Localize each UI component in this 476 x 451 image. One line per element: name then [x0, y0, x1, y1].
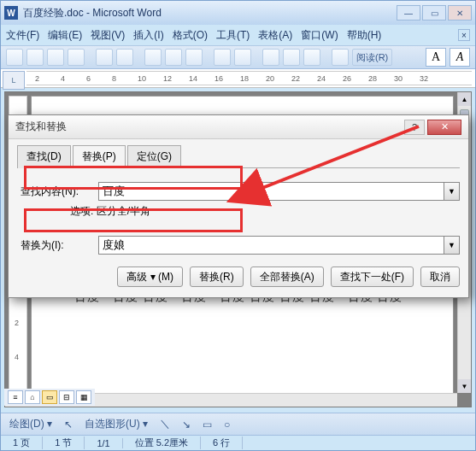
cut-icon[interactable]: [144, 49, 162, 66]
save-icon[interactable]: [47, 49, 64, 66]
new-doc-icon[interactable]: [6, 49, 23, 66]
menu-tools[interactable]: 工具(T): [216, 28, 250, 43]
close-button[interactable]: ✕: [448, 5, 472, 20]
menu-edit[interactable]: 编辑(E): [48, 28, 82, 43]
scroll-up-icon[interactable]: ▲: [458, 92, 471, 106]
replace-all-button[interactable]: 全部替换(A): [250, 266, 324, 287]
ruler-tick: 6: [86, 74, 91, 83]
minimize-button[interactable]: —: [397, 5, 420, 20]
tab-find[interactable]: 查找(D): [17, 145, 71, 168]
menu-file[interactable]: 文件(F): [6, 28, 39, 43]
ruler-tick: 26: [343, 74, 351, 83]
doc-close-button[interactable]: ×: [458, 29, 470, 41]
outline-view-icon[interactable]: ⊟: [59, 390, 74, 404]
menu-format[interactable]: 格式(O): [173, 28, 208, 43]
show-marks-icon[interactable]: [303, 49, 320, 66]
advanced-button[interactable]: 高级 ▾ (M): [117, 266, 183, 287]
oval-icon[interactable]: ○: [220, 419, 233, 430]
find-dropdown-icon[interactable]: ▼: [444, 182, 460, 201]
tab-replace[interactable]: 替换(P): [73, 145, 126, 168]
menu-view[interactable]: 视图(V): [91, 28, 125, 43]
columns-icon[interactable]: [283, 49, 300, 66]
find-label: 查找内容(N):: [17, 184, 98, 199]
ruler-tick: 16: [214, 74, 223, 83]
find-next-button[interactable]: 查找下一处(F): [331, 266, 414, 287]
drawing-toolbar: 绘图(D) ▾ ↖ 自选图形(U) ▾ ＼ ↘ ▭ ○: [1, 413, 475, 435]
replace-button[interactable]: 替换(R): [190, 266, 244, 287]
menu-table[interactable]: 表格(A): [258, 28, 292, 43]
print-view-icon[interactable]: ▭: [42, 390, 57, 404]
ruler-tick: 2: [35, 74, 39, 83]
dialog-body: 查找(D) 替换(P) 定位(G) 查找内容(N): ▼ 选项: 区分全/半角 …: [9, 139, 468, 297]
ruler-row: L 2 4 6 8 10 12 14 16 18 20 22 24 26 28 …: [1, 69, 475, 88]
read-mode-button[interactable]: 阅读(R): [352, 49, 392, 66]
paste-icon[interactable]: [185, 49, 203, 66]
ruler-tick: 22: [291, 74, 300, 83]
dialog-help-button[interactable]: ?: [404, 120, 425, 135]
ruler-tick: 10: [138, 74, 146, 83]
ruler-tick: 8: [112, 74, 116, 83]
menubar: 文件(F) 编辑(E) 视图(V) 插入(I) 格式(O) 工具(T) 表格(A…: [1, 25, 475, 45]
preview-icon[interactable]: [116, 49, 133, 66]
dialog-title: 查找和替换: [15, 120, 402, 134]
status-pages: 1/1: [85, 438, 122, 448]
cancel-button[interactable]: 取消: [420, 266, 460, 287]
undo-icon[interactable]: [214, 49, 231, 66]
dialog-close-button[interactable]: ✕: [427, 120, 461, 135]
status-section: 1 节: [43, 436, 85, 449]
vruler-tick: 4: [15, 353, 19, 361]
window-title: 百度经验.doc - Microsoft Word: [23, 6, 397, 20]
table-icon[interactable]: [262, 49, 279, 66]
replace-dropdown-icon[interactable]: ▼: [444, 236, 460, 255]
web-view-icon[interactable]: ⌂: [25, 390, 40, 404]
scroll-down-icon[interactable]: ▼: [458, 379, 471, 393]
titlebar: W 百度经验.doc - Microsoft Word — ▭ ✕: [1, 1, 475, 25]
ruler-tick: 30: [394, 74, 403, 83]
open-icon[interactable]: [26, 49, 44, 66]
select-arrow-icon[interactable]: ↖: [61, 419, 76, 430]
line-icon[interactable]: ＼: [156, 417, 173, 431]
arrow-icon[interactable]: ↘: [179, 419, 194, 430]
replace-input[interactable]: [98, 236, 444, 255]
font-size-up-button[interactable]: A: [426, 48, 446, 67]
vruler-tick: 2: [15, 319, 19, 327]
read-view-icon[interactable]: ▦: [76, 390, 91, 404]
view-mode-bar: ≡ ⌂ ▭ ⊟ ▦: [4, 389, 95, 406]
ruler-tick: 20: [266, 74, 274, 83]
font-style-button[interactable]: A: [450, 48, 470, 67]
menu-window[interactable]: 窗口(W): [301, 28, 338, 43]
autoshape-menu[interactable]: 自选图形(U) ▾: [81, 417, 151, 431]
permission-icon[interactable]: [68, 49, 85, 66]
normal-view-icon[interactable]: ≡: [8, 390, 23, 404]
standard-toolbar: 阅读(R) A A: [1, 45, 475, 69]
replace-label: 替换为(I):: [17, 238, 98, 253]
dialog-tabs: 查找(D) 替换(P) 定位(G): [17, 144, 460, 168]
map-icon[interactable]: [332, 49, 349, 66]
ruler-tick: 18: [240, 74, 249, 83]
find-input[interactable]: [98, 182, 444, 201]
statusbar: 1 页 1 节 1/1 位置 5.2厘米 6 行: [1, 435, 475, 450]
horizontal-ruler[interactable]: 2 4 6 8 10 12 14 16 18 20 22 24 26 28 30…: [26, 71, 472, 85]
status-line: 6 行: [201, 436, 243, 449]
ruler-tick: 24: [317, 74, 326, 83]
maximize-button[interactable]: ▭: [422, 5, 446, 20]
options-value: 区分全/半角: [97, 205, 150, 217]
status-page: 1 页: [1, 436, 43, 449]
ruler-tick: 12: [163, 74, 172, 83]
draw-menu[interactable]: 绘图(D) ▾: [6, 417, 56, 431]
dialog-titlebar[interactable]: 查找和替换 ? ✕: [9, 115, 468, 139]
menu-help[interactable]: 帮助(H): [347, 28, 382, 43]
redo-icon[interactable]: [234, 49, 251, 66]
rect-icon[interactable]: ▭: [199, 419, 215, 430]
ruler-tick: 14: [189, 74, 197, 83]
print-icon[interactable]: [96, 49, 113, 66]
menu-insert[interactable]: 插入(I): [133, 28, 163, 43]
tab-goto[interactable]: 定位(G): [127, 145, 181, 168]
options-label: 选项:: [70, 205, 93, 217]
ruler-tick: 32: [420, 74, 428, 83]
ruler-tick: 28: [368, 74, 377, 83]
ruler-tick: 4: [61, 74, 65, 83]
copy-icon[interactable]: [165, 49, 182, 66]
word-icon: W: [4, 6, 18, 20]
status-position: 位置 5.2厘米: [123, 436, 201, 449]
